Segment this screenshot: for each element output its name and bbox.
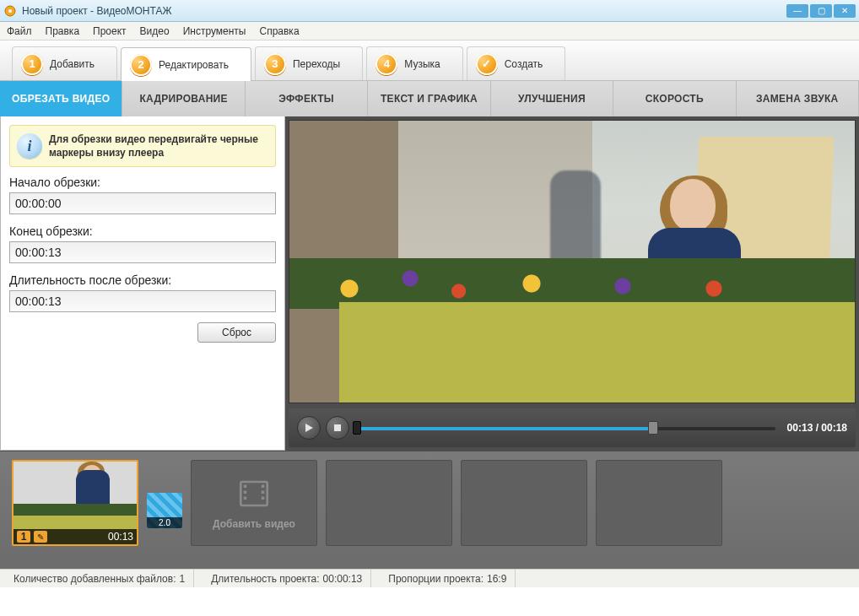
info-text: Для обрезки видео передвигайте черные ма… [49, 133, 258, 159]
video-preview[interactable] [289, 120, 856, 403]
clip-edit-icon[interactable] [34, 531, 47, 543]
app-icon [3, 4, 17, 18]
step-tab-label: Редактировать [159, 59, 229, 71]
status-ratio-label: Пропорции проекта: [388, 573, 484, 585]
subtab-enhance[interactable]: УЛУЧШЕНИЯ [491, 81, 613, 116]
status-duration-value: 00:00:13 [323, 573, 363, 585]
clip-index: 1 [17, 531, 30, 543]
trim-duration-input[interactable]: 00:00:13 [9, 290, 276, 312]
subtab-crop[interactable]: КАДРИРОВАНИЕ [122, 81, 245, 116]
trim-panel: i Для обрезки видео передвигайте черные … [0, 116, 285, 451]
clip-duration: 00:13 [108, 531, 133, 543]
window-minimize-button[interactable]: — [786, 4, 808, 18]
menu-help[interactable]: Справка [259, 25, 299, 37]
main-row: i Для обрезки видео передвигайте черные … [0, 116, 859, 451]
trim-end-marker[interactable] [648, 421, 658, 435]
trim-end-input[interactable]: 00:00:13 [9, 241, 276, 263]
trim-start-label: Начало обрезки: [9, 176, 276, 189]
timeline: 1 00:13 2.0 Добавить видео [0, 451, 859, 569]
stop-button[interactable] [326, 416, 349, 440]
timeline-placeholder [461, 460, 587, 546]
status-bar: Количество добавленных файлов: 1 Длитель… [0, 569, 859, 587]
menu-video[interactable]: Видео [140, 25, 170, 37]
svg-rect-2 [334, 424, 341, 431]
step-tab-add[interactable]: 1 Добавить [12, 46, 117, 80]
step-1-icon: 1 [21, 53, 43, 75]
transition-duration: 2.0 [147, 517, 182, 528]
subtab-effects[interactable]: ЭФФЕКТЫ [246, 81, 368, 116]
step-check-icon [476, 53, 498, 75]
step-2-icon: 2 [130, 54, 152, 76]
step-4-icon: 4 [375, 53, 397, 75]
trim-start-input[interactable]: 00:00:00 [9, 192, 276, 214]
subtab-text[interactable]: ТЕКСТ И ГРАФИКА [368, 81, 490, 116]
svg-rect-4 [244, 485, 247, 489]
window-titlebar: Новый проект - ВидеоМОНТАЖ — ▢ ✕ [0, 0, 859, 22]
window-close-button[interactable]: ✕ [834, 4, 856, 18]
window-title: Новый проект - ВидеоМОНТАЖ [22, 5, 172, 17]
trim-duration-label: Длительность после обрезки: [9, 273, 276, 287]
menu-edit[interactable]: Правка [46, 25, 80, 37]
menu-bar: Файл Правка Проект Видео Инструменты Спр… [0, 22, 859, 41]
player-controls: 00:13 / 00:18 [289, 408, 856, 447]
player-slider[interactable] [354, 419, 775, 436]
info-box: i Для обрезки видео передвигайте черные … [9, 125, 276, 167]
step-tab-label: Музыка [404, 58, 440, 70]
step-tabs: 1 Добавить 2 Редактировать 3 Переходы 4 … [0, 41, 859, 81]
player-time: 00:13 / 00:18 [787, 422, 847, 434]
timeline-placeholder [596, 460, 722, 546]
svg-rect-5 [244, 491, 247, 494]
step-tab-transitions[interactable]: 3 Переходы [255, 46, 363, 80]
preview-area: 00:13 / 00:18 [285, 116, 859, 451]
step-tab-edit[interactable]: 2 Редактировать [121, 47, 251, 81]
timeline-placeholder [326, 460, 452, 546]
subtab-trim[interactable]: ОБРЕЗАТЬ ВИДЕО [0, 81, 122, 116]
timeline-transition[interactable]: 2.0 [147, 493, 182, 528]
window-maximize-button[interactable]: ▢ [810, 4, 832, 18]
status-files-value: 1 [179, 573, 185, 585]
add-video-label: Добавить видео [213, 518, 295, 530]
step-tab-music[interactable]: 4 Музыка [366, 46, 462, 80]
step-tab-label: Добавить [50, 58, 95, 70]
menu-project[interactable]: Проект [93, 25, 127, 37]
step-3-icon: 3 [264, 53, 286, 75]
step-tab-create[interactable]: Создать [467, 46, 566, 80]
info-icon: i [17, 133, 42, 159]
trim-start-marker[interactable] [353, 421, 361, 435]
filmstrip-icon [236, 476, 272, 511]
svg-point-1 [8, 9, 12, 13]
step-tab-label: Создать [505, 58, 543, 70]
add-video-button[interactable]: Добавить видео [191, 460, 317, 546]
trim-end-label: Конец обрезки: [9, 224, 276, 238]
subtab-swap-audio[interactable]: ЗАМЕНА ЗВУКА [737, 81, 859, 116]
subtab-speed[interactable]: СКОРОСТЬ [613, 81, 736, 116]
step-tab-label: Переходы [293, 58, 340, 70]
reset-button[interactable]: Сброс [197, 322, 276, 343]
svg-rect-9 [262, 497, 265, 500]
status-files-label: Количество добавленных файлов: [14, 573, 176, 585]
play-button[interactable] [297, 416, 321, 440]
svg-rect-6 [244, 497, 247, 500]
status-duration-label: Длительность проекта: [211, 573, 319, 585]
status-ratio-value: 16:9 [487, 573, 506, 585]
edit-subtabs: ОБРЕЗАТЬ ВИДЕО КАДРИРОВАНИЕ ЭФФЕКТЫ ТЕКС… [0, 81, 859, 116]
svg-rect-7 [262, 485, 265, 489]
menu-file[interactable]: Файл [7, 25, 32, 37]
svg-rect-8 [262, 491, 265, 494]
timeline-clip[interactable]: 1 00:13 [12, 460, 138, 546]
menu-tools[interactable]: Инструменты [183, 25, 246, 37]
